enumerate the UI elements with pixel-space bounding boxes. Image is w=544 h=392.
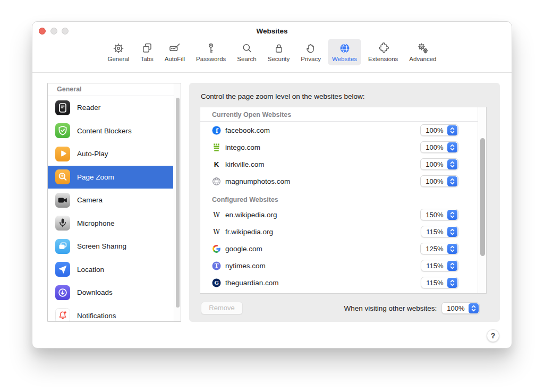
- zoom-stepper[interactable]: 100%: [420, 141, 458, 153]
- stepper-chevrons-icon[interactable]: [447, 227, 457, 237]
- sidebar-item-downloads[interactable]: Downloads: [48, 281, 173, 304]
- zoom-stepper[interactable]: 115%: [421, 277, 458, 288]
- sidebar-item-auto-play[interactable]: Auto-Play: [48, 142, 173, 166]
- microphone-icon: [55, 216, 70, 231]
- tab-advanced[interactable]: Advanced: [405, 39, 440, 65]
- zoom-stepper[interactable]: 150%: [420, 209, 458, 220]
- stepper-chevrons-icon[interactable]: [469, 303, 479, 313]
- location-arrow-icon: [55, 262, 70, 277]
- sidebar-item-label: Location: [77, 266, 104, 274]
- key-icon: [205, 42, 217, 55]
- sidebar: General Reader Content Blockers: [47, 83, 181, 322]
- autofill-icon: [168, 42, 181, 55]
- google-icon: [212, 244, 221, 253]
- sidebar-item-page-zoom[interactable]: Page Zoom: [48, 166, 173, 189]
- zoom-value: 100%: [421, 177, 447, 185]
- sidebar-scrollbar-thumb[interactable]: [176, 98, 180, 308]
- tab-passwords[interactable]: Passwords: [192, 39, 230, 65]
- tab-privacy[interactable]: Privacy: [296, 39, 325, 65]
- gear-icon: [112, 42, 125, 55]
- site-name: kirkville.com: [225, 160, 420, 168]
- screenshot-stage: Websites General Tabs: [0, 0, 544, 392]
- stepper-chevrons-icon[interactable]: [447, 244, 457, 254]
- sidebar-item-label: Screen Sharing: [77, 242, 126, 250]
- zoom-value: 100%: [442, 304, 468, 312]
- intego-icon: [212, 143, 221, 152]
- puzzle-icon: [377, 42, 389, 55]
- other-websites-group: When visiting other websites: 100%: [344, 302, 480, 314]
- table-row[interactable]: G theguardian.com 115%: [200, 274, 486, 291]
- zoom-value: 150%: [421, 211, 447, 219]
- play-icon: [55, 147, 70, 161]
- other-websites-label: When visiting other websites:: [344, 304, 437, 312]
- zoom-value: 115%: [421, 262, 447, 270]
- wikipedia-icon: W: [212, 227, 221, 236]
- table-row[interactable]: T nytimes.com 115%: [200, 257, 486, 274]
- table-row[interactable]: W fr.wikipedia.org 115%: [200, 223, 486, 240]
- sidebar-item-camera[interactable]: Camera: [48, 189, 173, 212]
- tab-label: General: [107, 56, 129, 62]
- zoom-stepper[interactable]: 100%: [420, 124, 458, 136]
- site-name: nytimes.com: [225, 262, 421, 270]
- zoom-value: 100%: [421, 160, 447, 168]
- stepper-chevrons-icon[interactable]: [447, 278, 457, 288]
- tab-extensions[interactable]: Extensions: [364, 39, 402, 65]
- tab-security[interactable]: Security: [264, 39, 294, 65]
- zoom-stepper[interactable]: 100%: [420, 175, 458, 187]
- sidebar-item-content-blockers[interactable]: Content Blockers: [48, 120, 173, 143]
- tab-tabs[interactable]: Tabs: [136, 39, 157, 65]
- stepper-chevrons-icon[interactable]: [447, 142, 457, 152]
- remove-button[interactable]: Remove: [201, 302, 243, 314]
- lock-icon: [273, 42, 285, 55]
- sidebar-item-notifications[interactable]: Notifications: [48, 304, 173, 322]
- table-row[interactable]: magnumphotos.com 100%: [200, 173, 486, 190]
- svg-text:W: W: [213, 211, 220, 218]
- listbox-scrollbar-thumb[interactable]: [480, 138, 485, 256]
- table-row[interactable]: W en.wikipedia.org 150%: [200, 206, 486, 223]
- help-button[interactable]: ?: [487, 329, 499, 342]
- guardian-icon: G: [212, 278, 221, 287]
- nytimes-icon: T: [212, 261, 221, 270]
- sidebar-item-label: Content Blockers: [77, 127, 132, 135]
- tab-autofill[interactable]: AutoFill: [160, 39, 189, 65]
- stepper-chevrons-icon[interactable]: [447, 159, 457, 169]
- window-title: Websites: [32, 27, 512, 35]
- tab-general[interactable]: General: [103, 39, 133, 65]
- sidebar-item-label: Microphone: [77, 219, 115, 227]
- stepper-chevrons-icon[interactable]: [447, 125, 457, 135]
- zoom-stepper[interactable]: 115%: [421, 260, 458, 271]
- other-websites-zoom-stepper[interactable]: 100%: [441, 302, 480, 314]
- table-row[interactable]: google.com 125%: [200, 240, 486, 257]
- sidebar-item-label: Reader: [77, 104, 100, 112]
- section-header-configured: Configured Websites: [200, 190, 486, 206]
- stepper-chevrons-icon[interactable]: [447, 176, 457, 186]
- listbox-scrollbar[interactable]: [478, 107, 486, 293]
- tab-websites[interactable]: Websites: [328, 39, 361, 65]
- sidebar-item-location[interactable]: Location: [48, 258, 173, 282]
- stepper-chevrons-icon[interactable]: [447, 210, 457, 220]
- tab-label: Websites: [332, 56, 357, 62]
- zoom-stepper[interactable]: 125%: [420, 243, 458, 254]
- tab-search[interactable]: Search: [233, 39, 260, 65]
- globe-icon: [338, 42, 351, 55]
- site-name: google.com: [225, 245, 420, 253]
- stepper-chevrons-icon[interactable]: [447, 261, 457, 271]
- zoom-stepper[interactable]: 100%: [420, 158, 458, 170]
- sidebar-item-label: Auto-Play: [77, 150, 108, 158]
- tab-label: Security: [268, 56, 290, 62]
- sidebar-item-label: Downloads: [77, 288, 113, 296]
- facebook-icon: f: [212, 126, 221, 135]
- sidebar-item-screen-sharing[interactable]: Screen Sharing: [48, 235, 173, 258]
- site-name: intego.com: [225, 143, 420, 151]
- tab-label: AutoFill: [165, 56, 185, 62]
- magnifier-plus-icon: [55, 169, 70, 184]
- table-row[interactable]: f facebook.com 100%: [200, 122, 486, 139]
- sidebar-item-reader[interactable]: Reader: [48, 96, 173, 120]
- table-row[interactable]: K kirkville.com 100%: [200, 156, 486, 173]
- zoom-value: 100%: [421, 126, 447, 134]
- sidebar-scrollbar[interactable]: [174, 83, 181, 321]
- site-name: theguardian.com: [225, 279, 421, 287]
- table-row[interactable]: intego.com 100%: [200, 139, 486, 156]
- zoom-stepper[interactable]: 115%: [421, 226, 458, 237]
- sidebar-item-microphone[interactable]: Microphone: [48, 212, 173, 235]
